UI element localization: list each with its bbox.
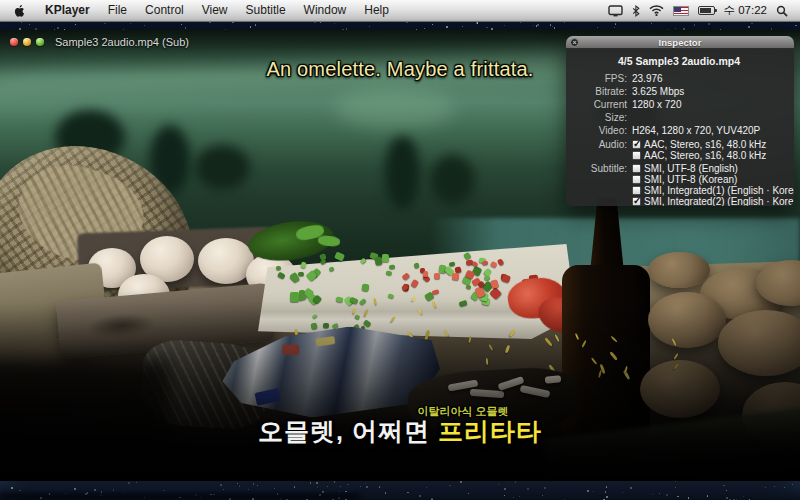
inspector-filename: 4/5 Sample3 2audio.mp4 xyxy=(572,55,786,67)
subtitle-track-1[interactable]: SMI, UTF-8 (English) xyxy=(632,163,794,174)
inspector-row-current-size: Current Size:1280 x 720 xyxy=(572,98,786,124)
apple-icon xyxy=(14,4,26,18)
audio-track-1[interactable]: AAC, Stereo, s16, 48.0 kHz xyxy=(632,139,766,150)
battery-icon[interactable] xyxy=(698,6,715,15)
menu-item-view[interactable]: View xyxy=(193,0,237,21)
menu-item-subtitle[interactable]: Subtitle xyxy=(237,0,295,21)
inspector-audio-group: Audio: AAC, Stereo, s16, 48.0 kHz AAC, S… xyxy=(572,139,786,161)
inspector-title-bar[interactable]: × Inspector xyxy=(566,36,794,49)
window-title: Sample3 2audio.mp4 (Sub) xyxy=(55,36,189,48)
inspector-subtitle-group: Subtitle: SMI, UTF-8 (English) SMI, UTF-… xyxy=(572,163,786,206)
minimize-button[interactable] xyxy=(23,38,31,46)
subtitle-track-1-checkbox[interactable] xyxy=(632,164,641,173)
zoom-button[interactable] xyxy=(36,38,44,46)
menu-item-kplayer[interactable]: KPlayer xyxy=(36,0,99,21)
subtitle-track-3[interactable]: SMI, Integrated(1) (English · Korean) xyxy=(632,185,794,196)
menu-item-help[interactable]: Help xyxy=(355,0,398,21)
us-flag-input-icon[interactable] xyxy=(673,6,689,16)
wallpaper-horizon xyxy=(0,493,360,500)
close-button[interactable] xyxy=(10,38,18,46)
menu-clock[interactable]: 수 07:22 xyxy=(724,3,767,18)
audio-track-1-checkbox[interactable] xyxy=(632,140,641,149)
subtitle-track-2[interactable]: SMI, UTF-8 (Korean) xyxy=(632,174,794,185)
spotlight-icon[interactable] xyxy=(776,5,788,17)
potato xyxy=(648,252,710,288)
inspector-title: Inspector xyxy=(659,37,702,48)
audio-track-2[interactable]: AAC, Stereo, s16, 48.0 kHz xyxy=(632,150,766,161)
wifi-icon[interactable] xyxy=(649,5,664,16)
menu-status-area: 수 07:22 xyxy=(608,3,800,18)
menu-item-window[interactable]: Window xyxy=(295,0,356,21)
menu-bar: KPlayer File Control View Subtitle Windo… xyxy=(0,0,800,22)
inspector-row-fps: FPS:23.976 xyxy=(572,72,786,85)
bluetooth-icon[interactable] xyxy=(632,5,640,17)
display-icon[interactable] xyxy=(608,5,623,17)
subtitle-track-2-checkbox[interactable] xyxy=(632,175,641,184)
inspector-panel: × Inspector 4/5 Sample3 2audio.mp4 FPS:2… xyxy=(566,36,794,206)
inspector-row-video: Video:H264, 1280 x 720, YUV420P xyxy=(572,124,786,137)
apple-menu[interactable] xyxy=(0,4,36,18)
cigarette xyxy=(545,375,562,383)
menu-item-file[interactable]: File xyxy=(99,0,136,21)
menu-item-control[interactable]: Control xyxy=(136,0,193,21)
inspector-close-button[interactable]: × xyxy=(570,38,579,47)
audio-track-2-checkbox[interactable] xyxy=(632,151,641,160)
korean-subtitle: 오믈렛, 어쩌면 프리타타 xyxy=(0,415,800,448)
inspector-row-bitrate: Bitrate:3.625 Mbps xyxy=(572,85,786,98)
subtitle-track-4-checkbox[interactable] xyxy=(632,197,641,206)
subtitle-track-4[interactable]: SMI, Integrated(2) (English · Korean) xyxy=(632,196,794,206)
